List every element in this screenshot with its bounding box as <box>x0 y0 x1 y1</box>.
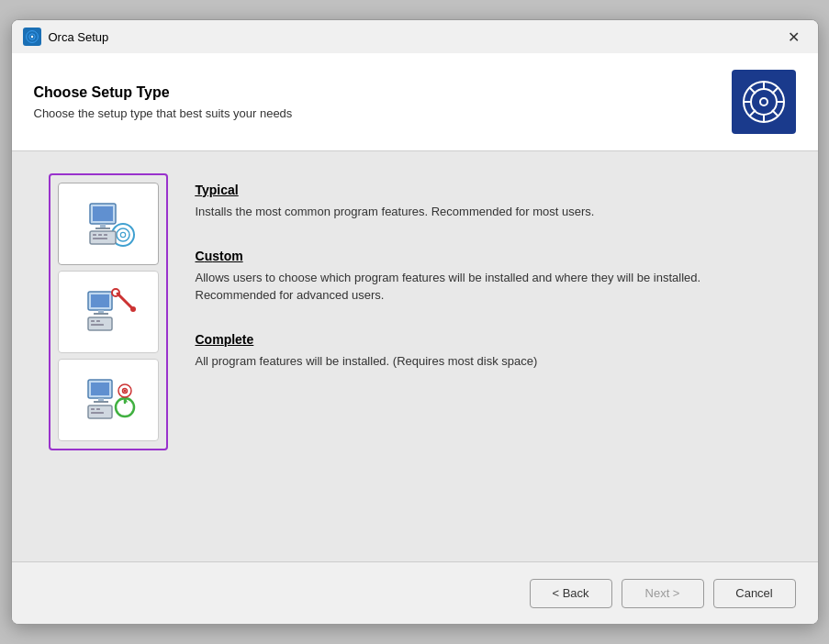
svg-point-37 <box>130 306 136 312</box>
header-logo <box>732 70 796 134</box>
svg-rect-41 <box>94 401 108 403</box>
svg-line-11 <box>750 110 756 116</box>
complete-description: Complete All program features will be in… <box>196 323 781 389</box>
app-icon <box>23 28 41 46</box>
custom-desc-text: Allows users to choose which program fea… <box>196 269 781 305</box>
svg-point-21 <box>121 233 125 237</box>
footer: < Back Next > Cancel <box>12 561 818 624</box>
options-panel <box>49 173 168 450</box>
title-bar: Orca Setup ✕ <box>12 20 818 53</box>
svg-rect-43 <box>91 408 95 410</box>
svg-point-5 <box>760 98 767 105</box>
svg-rect-17 <box>95 228 110 229</box>
svg-rect-29 <box>98 310 104 313</box>
window-title: Orca Setup <box>49 30 109 44</box>
svg-rect-34 <box>91 324 104 326</box>
complete-option-button[interactable] <box>58 359 159 441</box>
setup-window: Orca Setup ✕ Choose Setup Type Choose th… <box>11 19 819 625</box>
svg-rect-23 <box>93 234 96 236</box>
complete-title: Complete <box>196 332 781 347</box>
svg-rect-24 <box>98 234 102 236</box>
typical-title: Typical <box>196 183 781 197</box>
page-title: Choose Setup Type <box>34 84 293 101</box>
svg-rect-40 <box>98 398 104 401</box>
svg-rect-33 <box>96 320 100 322</box>
header-section: Choose Setup Type Choose the setup type … <box>12 53 818 151</box>
svg-line-35 <box>118 294 131 307</box>
typical-option-button[interactable] <box>58 183 159 265</box>
svg-rect-45 <box>91 412 104 414</box>
svg-rect-16 <box>100 224 106 228</box>
close-button[interactable]: ✕ <box>781 24 807 50</box>
svg-rect-25 <box>104 234 107 236</box>
svg-rect-30 <box>94 313 108 315</box>
content-area: Typical Installs the most common program… <box>12 151 818 561</box>
svg-line-12 <box>750 88 756 94</box>
svg-point-2 <box>30 36 32 38</box>
page-subtitle: Choose the setup type that best suits yo… <box>34 106 293 120</box>
svg-rect-32 <box>91 320 95 322</box>
descriptions-panel: Typical Installs the most common program… <box>196 173 781 388</box>
svg-line-13 <box>772 110 778 116</box>
svg-rect-44 <box>96 408 100 410</box>
svg-rect-39 <box>91 383 109 395</box>
title-bar-left: Orca Setup <box>23 28 109 46</box>
complete-desc-text: All program features will be installed. … <box>196 352 781 371</box>
typical-desc-text: Installs the most common program feature… <box>196 203 781 221</box>
custom-description: Custom Allows users to choose which prog… <box>196 239 781 323</box>
next-button[interactable]: Next > <box>622 579 704 608</box>
back-button[interactable]: < Back <box>530 579 612 608</box>
header-text: Choose Setup Type Choose the setup type … <box>34 84 293 120</box>
svg-rect-28 <box>91 294 109 307</box>
custom-option-button[interactable] <box>58 271 159 353</box>
typical-description: Typical Installs the most common program… <box>196 173 781 239</box>
cancel-button[interactable]: Cancel <box>713 579 796 608</box>
svg-rect-15 <box>93 206 113 221</box>
custom-title: Custom <box>196 249 781 263</box>
svg-rect-26 <box>93 238 107 239</box>
svg-line-10 <box>772 88 778 94</box>
svg-point-49 <box>123 390 126 393</box>
